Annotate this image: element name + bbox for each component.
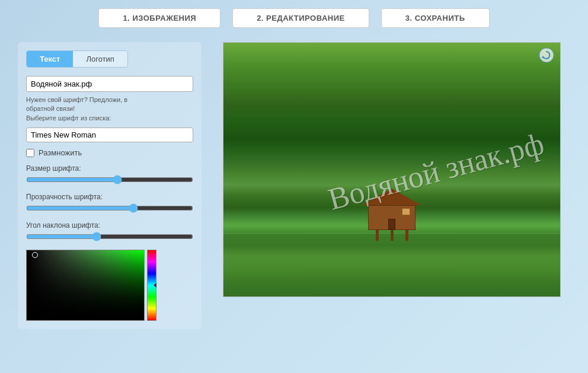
font-angle-label: Угол наклона шрифта: [26,221,193,229]
watermark-text-input[interactable] [26,76,193,92]
multiply-checkbox[interactable] [26,149,34,157]
tab-bar: Текст Логотип [26,50,128,68]
spectrum-indicator [154,283,156,288]
color-gradient-area[interactable] [26,250,145,321]
font-hint: Нужен свой шрифт? Предложи, в обратной с… [26,95,193,123]
multiply-row: Размножить [26,148,193,157]
step1-button[interactable]: 1. ИЗОБРАЖЕНИЯ [98,8,220,28]
main-content: Текст Логотип Нужен свой шрифт? Предложи… [0,36,588,335]
font-angle-slider-row: Угол наклона шрифта: [26,221,193,244]
cabin [362,189,421,241]
left-panel: Текст Логотип Нужен свой шрифт? Предложи… [18,42,202,329]
multiply-label[interactable]: Размножить [39,148,82,157]
font-select-input[interactable] [26,127,193,142]
tab-logo[interactable]: Логотип [73,51,127,67]
font-opacity-slider[interactable] [26,203,193,213]
tab-text[interactable]: Текст [27,51,73,67]
top-navigation: 1. ИЗОБРАЖЕНИЯ 2. РЕДАКТИРОВАНИЕ 3. СОХР… [0,0,588,36]
font-size-label: Размер шрифта: [26,164,193,173]
refresh-icon [539,47,554,63]
font-opacity-slider-row: Прозрачность шрифта: [26,193,193,215]
font-opacity-label: Прозрачность шрифта: [26,193,193,201]
font-size-slider[interactable] [26,175,193,184]
font-angle-slider[interactable] [26,232,193,241]
step3-button[interactable]: 3. СОХРАНИТЬ [381,8,490,28]
font-size-slider-row: Размер шрифта: [26,164,193,187]
color-picker [26,250,193,321]
svg-point-0 [539,48,554,62]
water-reflection [223,233,560,297]
image-preview: Водяной знак.рф [223,42,561,297]
refresh-button[interactable] [539,47,555,64]
color-spectrum-bar[interactable] [147,250,156,321]
step2-button[interactable]: 2. РЕДАКТИРОВАНИЕ [232,8,369,28]
color-picker-handle[interactable] [32,252,38,258]
right-panel: Водяной знак.рф [213,42,570,329]
